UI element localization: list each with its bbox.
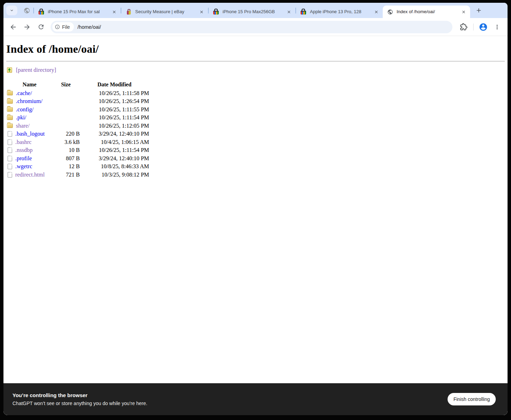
account-avatar-icon [479, 23, 488, 32]
size-cell [52, 97, 80, 106]
file-link[interactable]: .chromium/ [16, 98, 43, 105]
name-cell: .profile [7, 154, 52, 163]
size-cell [52, 89, 80, 97]
tabs-container: iPhone 15 Pro Max for salSecurity Measur… [33, 3, 470, 18]
parent-directory-link[interactable]: [parent directory] [16, 67, 56, 74]
parent-directory-row: [parent directory] [7, 67, 505, 74]
tab-search-button[interactable] [6, 6, 17, 15]
file-link[interactable]: .bash_logout [15, 130, 45, 137]
tab[interactable]: iPhone 15 Pro Max256GB [209, 6, 295, 18]
page-title: Index of /home/oai/ [6, 43, 505, 55]
url-scheme-label: File [62, 24, 70, 30]
tab-title: Security Measure | eBay [135, 9, 196, 15]
kebab-menu-icon [494, 24, 501, 31]
globe-icon [24, 7, 30, 14]
back-button[interactable] [7, 21, 19, 33]
close-icon [461, 10, 466, 14]
folder-icon [7, 91, 13, 95]
file-icon [8, 139, 12, 145]
file-link[interactable]: .bashrc [15, 139, 32, 146]
tab-close-button[interactable] [460, 9, 467, 15]
file-link[interactable]: .config/ [16, 106, 34, 113]
file-link[interactable]: .nssdbp [15, 147, 33, 154]
file-link[interactable]: .profile [15, 155, 32, 162]
close-icon [112, 10, 116, 14]
file-icon [8, 172, 12, 178]
column-header-size: Size [52, 82, 80, 89]
tab-title: iPhone 15 Pro Max for sal [48, 9, 108, 15]
table-row: share/10/26/25, 1:12:05 PM [7, 122, 149, 130]
table-row: .bashrc3.6 kB10/4/25, 1:06:15 AM [7, 138, 149, 146]
tab[interactable]: Apple iPhone 13 Pro, 128 [296, 6, 383, 18]
tab-close-button[interactable] [373, 9, 379, 15]
shopping-bag-favicon-icon [213, 9, 219, 15]
tab-active[interactable]: Index of /home/oai/ [383, 6, 470, 18]
file-link[interactable]: .cache/ [16, 90, 32, 97]
info-icon [55, 24, 60, 29]
folder-icon [7, 107, 13, 112]
date-cell: 10/26/25, 1:26:54 PM [80, 97, 149, 106]
site-info-chip[interactable]: File [52, 22, 74, 32]
extensions-button[interactable] [457, 21, 470, 33]
size-cell: 807 B [52, 154, 80, 163]
file-link[interactable]: share/ [16, 122, 29, 129]
address-bar[interactable]: File /home/oai/ [51, 21, 452, 33]
tab-close-button[interactable] [286, 9, 292, 15]
table-row: .wgetrc12 B10/8/25, 8:46:33 AM [7, 163, 149, 171]
toolbar: File /home/oai/ [3, 18, 508, 36]
menu-button[interactable] [491, 21, 503, 33]
name-cell: .bashrc [7, 138, 52, 146]
file-link[interactable]: .pki/ [16, 114, 26, 121]
ebay-bag-favicon-icon [125, 9, 132, 15]
file-icon [8, 147, 12, 153]
pinned-tab[interactable] [20, 5, 33, 16]
shopping-bag-favicon-icon [300, 9, 306, 15]
name-cell: .nssdbp [7, 146, 52, 155]
tab-close-button[interactable] [198, 9, 205, 15]
tab-title: Apple iPhone 13 Pro, 128 [310, 9, 370, 15]
extensions-puzzle-icon [460, 23, 467, 31]
tab-strip: iPhone 15 Pro Max for salSecurity Measur… [3, 3, 508, 18]
date-cell: 10/26/25, 1:11:54 PM [80, 146, 149, 155]
close-icon [287, 10, 291, 14]
folder-icon [7, 99, 13, 104]
column-header-date: Date Modified [80, 82, 149, 89]
close-icon [374, 10, 379, 14]
tab[interactable]: iPhone 15 Pro Max for sal [34, 6, 121, 18]
tab[interactable]: Security Measure | eBay [121, 6, 208, 18]
file-icon [8, 164, 12, 169]
new-tab-button[interactable] [474, 5, 484, 16]
close-icon [199, 10, 204, 14]
name-cell: .config/ [7, 105, 52, 114]
column-header-name: Name [7, 82, 52, 89]
size-cell: 721 B [52, 171, 80, 179]
toolbar-right [457, 21, 504, 33]
file-icon [8, 131, 12, 137]
table-header-row: Name Size Date Modified [7, 82, 149, 89]
file-link[interactable]: redirect.html [15, 171, 45, 178]
table-row: .pki/10/26/25, 1:11:54 PM [7, 114, 149, 122]
tab-close-button[interactable] [111, 9, 117, 15]
control-bar: You’re controlling the browser ChatGPT w… [3, 383, 508, 415]
file-table-body: .cache/10/26/25, 1:11:58 PM.chromium/10/… [7, 89, 149, 179]
date-cell: 10/8/25, 8:46:33 AM [80, 163, 149, 171]
file-link[interactable]: .wgetrc [15, 163, 32, 170]
forward-button[interactable] [21, 21, 33, 33]
reload-button[interactable] [35, 21, 47, 33]
back-arrow-icon [9, 23, 17, 31]
size-cell: 10 B [52, 146, 80, 155]
name-cell: .pki/ [7, 114, 52, 122]
date-cell: 10/26/25, 1:12:05 PM [80, 122, 149, 130]
name-cell: redirect.html [7, 171, 52, 179]
table-row: .profile807 B3/29/24, 12:40:10 PM [7, 154, 149, 163]
size-cell: 220 B [52, 130, 80, 138]
table-row: .nssdbp10 B10/26/25, 1:11:54 PM [7, 146, 149, 155]
forward-arrow-icon [23, 23, 31, 31]
date-cell: 10/26/25, 1:11:55 PM [80, 105, 149, 114]
reload-icon [37, 23, 45, 31]
finish-controlling-button[interactable]: Finish controlling [448, 393, 496, 405]
date-cell: 10/4/25, 1:06:15 AM [80, 138, 149, 146]
size-cell [52, 105, 80, 114]
toolbar-separator [473, 24, 474, 31]
profile-button[interactable] [477, 21, 490, 33]
